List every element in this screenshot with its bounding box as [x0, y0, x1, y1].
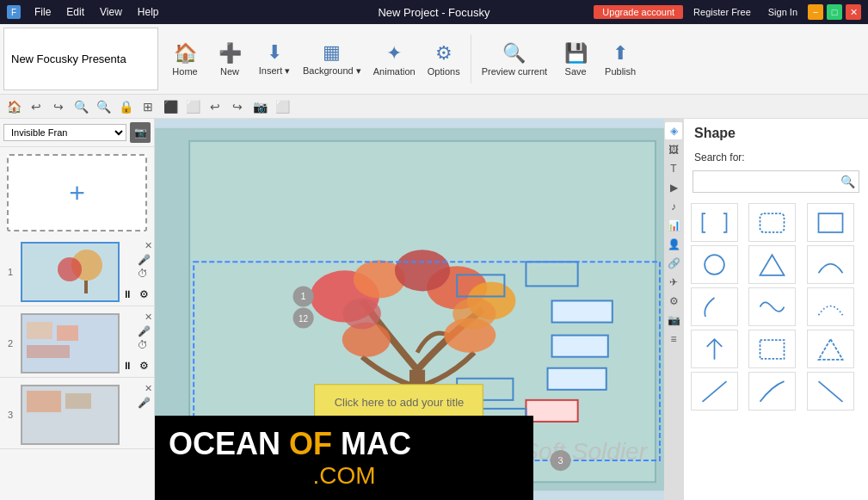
secondary-toolbar: 🏠 ↩ ↪ 🔍 🔍 🔒 ⊞ ⬛ ⬜ ↩ ↪ 📷 ⬜ [0, 95, 868, 119]
slide-item-2[interactable]: 2 ✕ ⏸ ⚙ 🎤 ⏱ [0, 310, 154, 378]
background-button[interactable]: ▦ Background [298, 28, 366, 90]
canvas-section: Click here to add your title 1 12 2 3 So… [155, 119, 683, 500]
play-ctrl-2[interactable]: ⏸ [122, 360, 132, 372]
register-button[interactable]: Register Free [686, 5, 758, 19]
shape-arc[interactable] [807, 245, 854, 284]
side-tab-plane[interactable]: ✈ [665, 274, 682, 291]
publish-button[interactable]: ⬆ Publish [599, 28, 642, 90]
svg-text:3: 3 [558, 455, 563, 466]
side-tab-audio[interactable]: ♪ [665, 198, 682, 215]
slide-number-1: 1 [3, 267, 17, 277]
front-btn[interactable]: ⬛ [160, 96, 181, 117]
svg-rect-3 [84, 281, 88, 293]
svg-marker-50 [818, 339, 842, 360]
shape-squiggle[interactable] [748, 287, 796, 326]
shape-curve-left[interactable] [691, 287, 738, 326]
redo-btn[interactable]: ↪ [48, 96, 69, 117]
signin-button[interactable]: Sign In [761, 5, 804, 19]
side-tab-video[interactable]: ▶ [665, 179, 682, 196]
com-text: .COM [169, 462, 520, 490]
zoom-out-btn[interactable]: 🔍 [93, 96, 114, 117]
minimize-button[interactable]: − [808, 4, 823, 20]
panel-title: Shape [684, 119, 868, 148]
search-input[interactable] [697, 176, 840, 188]
svg-point-2 [58, 257, 82, 281]
slide-list: 1 ✕ ⏸ ⚙ 🎤 ⏱ [0, 238, 154, 500]
menu-edit[interactable]: Edit [59, 4, 91, 20]
frame-select[interactable]: Invisible Fran [3, 124, 126, 141]
slide-item-1[interactable]: 1 ✕ ⏸ ⚙ 🎤 ⏱ [0, 238, 154, 306]
canvas-area[interactable]: Click here to add your title 1 12 2 3 So… [155, 119, 664, 500]
camera2-btn[interactable]: 📷 [249, 96, 270, 117]
menu-file[interactable]: File [28, 4, 58, 20]
svg-rect-9 [27, 391, 61, 412]
crop-btn[interactable]: ⬜ [272, 96, 292, 117]
slide-close-2[interactable]: ✕ [145, 312, 152, 323]
shape-line-curve2[interactable] [748, 372, 796, 410]
shape-bracket[interactable] [691, 203, 738, 242]
insert-button[interactable]: ⬇ Insert [253, 28, 296, 90]
redo2-btn[interactable]: ↪ [227, 96, 248, 117]
save-label: Save [565, 66, 587, 77]
close-button[interactable]: ✕ [846, 4, 861, 20]
side-tab-people[interactable]: 👤 [665, 236, 682, 253]
side-tab-text[interactable]: T [665, 160, 682, 177]
side-tab-misc[interactable]: ≡ [665, 330, 682, 348]
save-button[interactable]: 💾 Save [554, 28, 597, 90]
title-bar: F File Edit View Help New Project - Focu… [0, 0, 868, 24]
gear-ctrl-2[interactable]: ⚙ [139, 360, 149, 372]
options-button[interactable]: ⚙ Options [422, 28, 465, 90]
zoom-in-btn[interactable]: 🔍 [71, 96, 91, 117]
svg-rect-10 [65, 393, 91, 409]
search-icon: 🔍 [840, 175, 855, 188]
slide-close-1[interactable]: ✕ [145, 240, 152, 251]
shape-rectangle[interactable] [807, 203, 854, 242]
maximize-button[interactable]: □ [827, 4, 842, 20]
side-tab-photo[interactable]: 📷 [665, 312, 682, 329]
animation-button[interactable]: ✦ Animation [368, 28, 421, 90]
shape-line-diag1[interactable] [691, 372, 738, 410]
side-tab-image[interactable]: 🖼 [665, 141, 682, 158]
grid-btn[interactable]: ⊞ [138, 96, 158, 117]
shape-triangle[interactable] [748, 245, 796, 284]
audio-icon-3: 🎤 [138, 397, 151, 409]
shape-dotted-rect[interactable] [748, 330, 796, 368]
project-name[interactable]: New Focusky Presenta [3, 28, 158, 90]
back-btn[interactable]: ⬜ [182, 96, 203, 117]
svg-rect-28 [552, 336, 608, 357]
side-tab-link[interactable]: 🔗 [665, 255, 682, 272]
shape-arrow-up[interactable] [691, 330, 738, 368]
shape-dotted-curve[interactable] [807, 287, 854, 326]
new-button[interactable]: ➕ New [208, 28, 251, 90]
preview-button[interactable]: 🔍 Preview current [477, 28, 552, 90]
shape-line-diag3[interactable] [807, 372, 854, 410]
new-icon: ➕ [219, 42, 242, 65]
play-ctrl[interactable]: ⏸ [122, 288, 132, 300]
shape-rounded-select[interactable] [748, 203, 796, 242]
side-tab-chart[interactable]: 📊 [665, 217, 682, 234]
add-slide-button[interactable]: + [7, 154, 147, 231]
new-label: New [220, 66, 239, 77]
slide-close-3[interactable]: ✕ [145, 383, 152, 394]
upgrade-button[interactable]: Upgrade account [594, 5, 683, 19]
shape-circle[interactable] [691, 245, 738, 284]
camera-btn[interactable]: 📷 [130, 122, 151, 143]
home-button[interactable]: 🏠 Home [163, 28, 206, 90]
undo2-btn[interactable]: ↩ [205, 96, 225, 117]
shape-triangle-open[interactable] [807, 330, 854, 368]
undo-btn[interactable]: ↩ [26, 96, 46, 117]
svg-point-22 [343, 298, 381, 329]
timer-icon-2: ⏱ [138, 339, 151, 351]
search-box[interactable]: 🔍 [693, 170, 859, 193]
side-tab-shapes[interactable]: ◈ [665, 122, 682, 139]
svg-rect-46 [818, 213, 842, 232]
title-bar-left: F File Edit View Help [7, 4, 166, 20]
slide-item-3[interactable]: 3 ✕ 🎤 [0, 381, 154, 449]
lock-btn[interactable]: 🔒 [115, 96, 136, 117]
slide-thumb-3 [21, 385, 120, 445]
menu-help[interactable]: Help [131, 4, 166, 20]
menu-view[interactable]: View [93, 4, 129, 20]
home-sec-btn[interactable]: 🏠 [3, 96, 24, 117]
side-tab-settings[interactable]: ⚙ [665, 293, 682, 310]
gear-ctrl[interactable]: ⚙ [139, 288, 149, 300]
